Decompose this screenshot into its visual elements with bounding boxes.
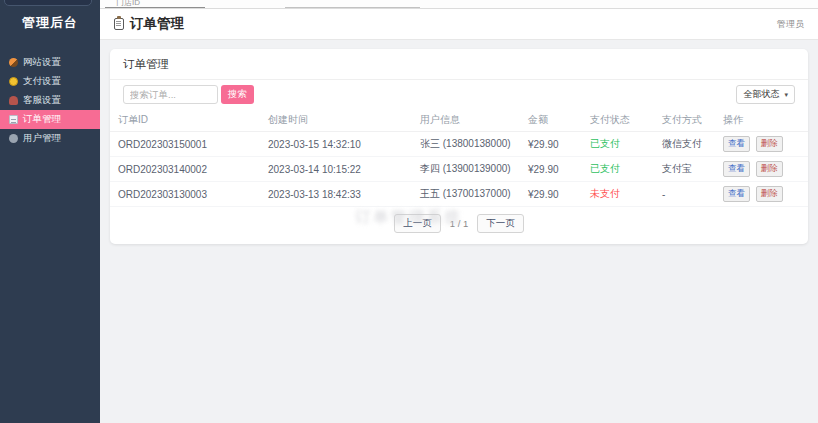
col-pay-method: 支付方式 (654, 110, 715, 132)
order-user: 李四 (13900139000) (412, 157, 520, 182)
status-badge: 已支付 (582, 132, 654, 157)
order-method: 微信支付 (654, 132, 715, 157)
search-group: 搜索 (123, 85, 254, 104)
table-header-row: 订单ID 创建时间 用户信息 金额 支付状态 支付方式 操作 (110, 110, 808, 132)
order-amount: ¥29.90 (520, 132, 582, 157)
sidebar-item-order-management[interactable]: 订单管理 (0, 110, 100, 129)
col-actions: 操作 (715, 110, 808, 132)
order-actions: 查看 删除 (715, 132, 808, 157)
col-user-info: 用户信息 (412, 110, 520, 132)
order-user: 王五 (13700137000) (412, 182, 520, 207)
order-user: 张三 (13800138000) (412, 132, 520, 157)
delete-button[interactable]: 删除 (756, 161, 783, 177)
user-icon (9, 134, 18, 143)
order-actions: 查看 删除 (715, 157, 808, 182)
page-title: 订单管理 (130, 15, 184, 33)
sidebar-item-label: 客服设置 (23, 94, 61, 107)
clipboard-icon (114, 18, 124, 30)
order-id: ORD202303130003 (110, 182, 260, 207)
status-badge: 未支付 (582, 182, 654, 207)
logged-in-user[interactable]: 管理员 (777, 18, 804, 31)
order-amount: ¥29.90 (520, 182, 582, 207)
table-row: ORD202303130003 2023-03-13 18:42:33 王五 (… (110, 182, 808, 207)
status-filter-dropdown[interactable]: 全部状态 ▾ (736, 85, 795, 104)
input-underline (285, 7, 420, 8)
sidebar-item-label: 用户管理 (23, 132, 61, 145)
view-button[interactable]: 查看 (723, 136, 750, 152)
sidebar-item-label: 订单管理 (23, 113, 61, 126)
order-method: - (654, 182, 715, 207)
order-method: 支付宝 (654, 157, 715, 182)
col-pay-status: 支付状态 (582, 110, 654, 132)
sidebar-item-payment-settings[interactable]: 支付设置 (0, 72, 100, 91)
status-filter-value: 全部状态 (743, 88, 779, 101)
search-button[interactable]: 搜索 (221, 85, 254, 104)
toolbar: 搜索 全部状态 ▾ (110, 80, 808, 110)
order-actions: 查看 删除 (715, 182, 808, 207)
money-icon (9, 77, 18, 86)
next-page-button[interactable]: 下一页 (477, 214, 524, 233)
delete-button[interactable]: 删除 (756, 136, 783, 152)
col-created: 创建时间 (260, 110, 412, 132)
order-created: 2023-03-15 14:32:10 (260, 132, 412, 157)
order-document-icon (9, 115, 18, 124)
header-title-group: 订单管理 (114, 15, 184, 33)
sidebar-nav: 网站设置 支付设置 客服设置 订单管理 用户管理 (0, 53, 100, 148)
service-person-icon (9, 96, 18, 105)
sidebar-item-label: 网站设置 (23, 56, 61, 69)
order-amount: ¥29.90 (520, 157, 582, 182)
sidebar-item-website-settings[interactable]: 网站设置 (0, 53, 100, 72)
app-title: 管理后台 (0, 14, 100, 32)
sidebar: 管理后台 网站设置 支付设置 客服设置 订单管理 用户管理 (0, 0, 100, 423)
card-title: 订单管理 (110, 49, 808, 80)
search-input[interactable] (123, 85, 218, 104)
status-badge: 已支付 (582, 157, 654, 182)
col-amount: 金额 (520, 110, 582, 132)
order-id: ORD202303140002 (110, 157, 260, 182)
chevron-down-icon: ▾ (784, 91, 788, 99)
main-content: 订单管理 搜索 全部状态 ▾ 订单ID 创建时间 用户信息 金额 (100, 40, 818, 423)
globe-icon (9, 58, 18, 67)
sidebar-top-fragment (4, 0, 92, 6)
orders-table: 订单ID 创建时间 用户信息 金额 支付状态 支付方式 操作 ORD202303… (110, 110, 808, 207)
input-underline (105, 7, 205, 8)
view-button[interactable]: 查看 (723, 186, 750, 202)
order-created: 2023-03-13 18:42:33 (260, 182, 412, 207)
sidebar-item-label: 支付设置 (23, 75, 61, 88)
watermark-text: 订单管理系统 (355, 208, 463, 227)
table-row: ORD202303140002 2023-03-14 10:15:22 李四 (… (110, 157, 808, 182)
col-order-id: 订单ID (110, 110, 260, 132)
view-button[interactable]: 查看 (723, 161, 750, 177)
sidebar-item-user-management[interactable]: 用户管理 (0, 129, 100, 148)
delete-button[interactable]: 删除 (756, 186, 783, 202)
table-row: ORD202303150001 2023-03-15 14:32:10 张三 (… (110, 132, 808, 157)
order-created: 2023-03-14 10:15:22 (260, 157, 412, 182)
sidebar-item-service-settings[interactable]: 客服设置 (0, 91, 100, 110)
top-cutoff-fragment: 门店ID (100, 0, 818, 9)
page-header: 订单管理 管理员 (100, 9, 818, 40)
order-id: ORD202303150001 (110, 132, 260, 157)
